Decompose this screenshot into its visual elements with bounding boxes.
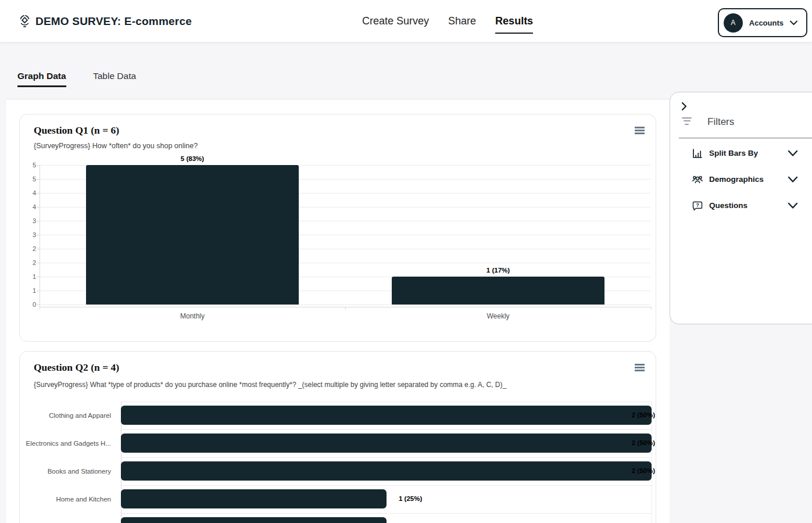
x-axis-tick [40,307,40,310]
q1-subtitle: {SurveyProgress} How *often* do you shop… [34,142,198,150]
main-nav: Create Survey Share Results [362,0,533,42]
bar-value-label: 2 (50%) [617,439,655,446]
bar-value-label: 2 (50%) [617,467,655,474]
bar-value-label: 1 (17%) [392,267,604,274]
filter-item-label: Split Bars By [709,149,758,157]
avatar: A [724,13,743,33]
accounts-label: Accounts [749,19,784,27]
gridline [121,429,652,430]
filter-item-demographics[interactable]: Demographics [670,166,798,192]
demographics-icon [692,174,703,185]
bar-value-label: 2 (50%) [617,411,655,418]
q1-bar-chart: 554433221105 (83%)Monthly1 (17%)Weekly [40,165,651,305]
gridline [40,305,651,305]
filters-title: Filters [707,116,734,128]
gridline [121,485,652,486]
chart-bar-monthly[interactable] [86,165,299,305]
chevron-down-icon[interactable] [788,202,798,209]
y-axis-tick-label: 5 [17,175,36,182]
gridline [121,402,652,402]
chevron-down-icon[interactable] [788,150,798,157]
y-axis-tick-label: 2 [17,259,36,266]
app-logo-icon [19,15,31,28]
nav-create-survey[interactable]: Create Survey [362,15,429,27]
app-header: DEMO SURVEY: E-commerce Create Survey Sh… [0,0,812,42]
y-axis-tick-label: 0 [17,301,36,308]
chart-bar-row-3[interactable] [121,489,387,508]
chart-bar-row-1[interactable] [121,434,652,453]
x-axis-category-label: Monthly [86,312,299,320]
chart-card-q2: Question Q2 (n = 4) {SurveyProgress} Wha… [19,351,656,523]
filter-item-label: Questions [709,201,747,210]
y-axis-category-label: Electronics and Gadgets H... [18,440,111,447]
y-axis-tick-label: 1 [17,273,36,280]
filter-item-split-bars-by[interactable]: Split Bars By [670,140,798,166]
y-axis-tick-label: 1 [17,287,36,294]
collapse-panel-icon[interactable] [679,102,689,111]
y-axis-tick-label: 4 [17,203,36,210]
gridline [652,402,652,523]
y-axis-category-label: Home and Kitchen [18,496,111,503]
q1-title: Question Q1 (n = 6) [34,124,119,137]
accounts-button[interactable]: A Accounts [718,8,807,37]
y-axis-tick-label: 4 [17,189,36,196]
y-axis-category-label: Clothing and Apparel [18,412,111,419]
x-axis-tick [651,307,652,310]
gridline [121,513,652,514]
y-axis-line [40,165,40,307]
bar-value-label: 1 (25%) [399,495,422,502]
filters-panel: Filters Split Bars By [670,92,812,324]
nav-share[interactable]: Share [448,15,476,27]
y-axis-tick-label: 2 [17,245,36,252]
filters-divider [679,138,812,138]
x-axis-category-label: Weekly [392,312,604,320]
filter-item-label: Demographics [709,175,764,184]
q2-bar-chart: Clothing and Apparel2 (50%)Electronics a… [121,402,652,523]
q2-subtitle: {SurveyProgress} What *type of products*… [34,381,506,389]
chart-bar-weekly[interactable] [392,277,604,305]
chart-menu-icon[interactable] [635,364,645,372]
q2-title: Question Q2 (n = 4) [34,361,119,374]
nav-results[interactable]: Results [495,15,533,27]
questions-icon: ? [692,200,703,211]
y-axis-tick-label: 5 [17,162,36,169]
tab-graph-data[interactable]: Graph Data [17,71,66,81]
y-axis-tick-label: 3 [17,231,36,238]
bar-chart-icon [692,148,703,159]
brand: DEMO SURVEY: E-commerce [19,0,192,42]
tab-table-data[interactable]: Table Data [93,71,136,81]
chart-menu-icon[interactable] [635,127,645,135]
filters-header: Filters [682,116,734,128]
x-axis-tick [345,307,346,310]
chart-bar-row-4[interactable] [121,517,387,523]
y-axis-category-label: Books and Stationery [18,468,111,475]
svg-text:?: ? [696,202,699,208]
chevron-down-icon[interactable] [788,176,798,183]
chevron-down-icon [790,20,797,26]
gridline [121,457,652,458]
filter-icon [682,117,692,127]
chart-bar-row-0[interactable] [121,406,652,425]
chart-card-q1: Question Q1 (n = 6) {SurveyProgress} How… [19,114,656,342]
chart-bar-row-2[interactable] [121,461,652,481]
survey-title: DEMO SURVEY: E-commerce [35,15,192,28]
filter-item-questions[interactable]: ? Questions [670,192,798,218]
bar-value-label: 5 (83%) [86,155,299,162]
y-axis-tick-label: 3 [17,217,36,224]
